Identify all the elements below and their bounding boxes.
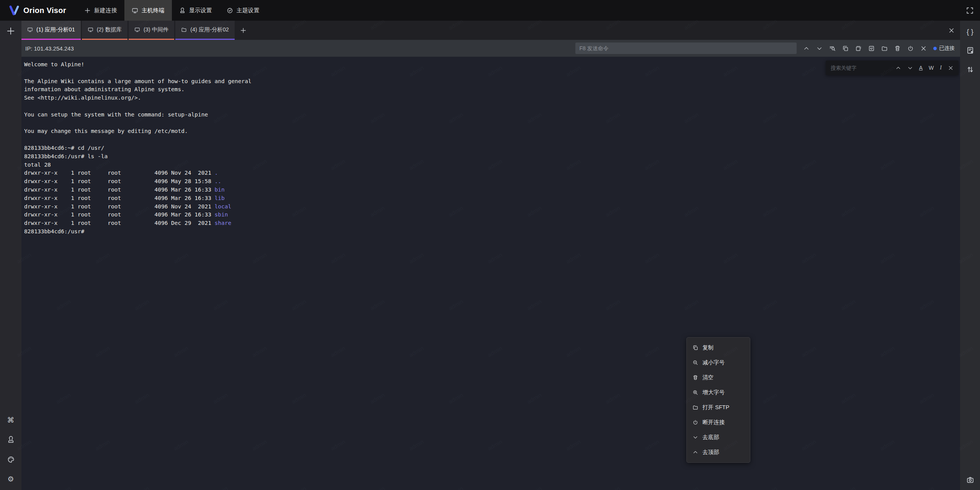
terminal-line: You can setup the system with the comman… <box>24 111 960 119</box>
terminal-line: 828133bb4cd6:/usr# ls -la <box>24 152 960 161</box>
search-input[interactable] <box>831 65 889 71</box>
match-case-button[interactable]: A <box>919 65 923 70</box>
fullscreen-icon[interactable] <box>966 7 974 15</box>
top-bar: Orion Visor 新建连接主机终端显示设置主题设置 <box>0 0 980 21</box>
center-column: (1) 应用-分析01(2) 数据库(3) 中间件(4) 应用-分析02 IP:… <box>21 21 960 490</box>
search-prev-icon[interactable] <box>895 65 901 71</box>
doc-bookmark-icon[interactable] <box>966 46 974 54</box>
tab-app-analysis-01-icon <box>27 27 33 33</box>
status-label: 已连接 <box>939 45 955 52</box>
main-area: ⌘⚙ (1) 应用-分析01(2) 数据库(3) 中间件(4) 应用-分析02 … <box>0 21 980 490</box>
tab-middleware[interactable]: (3) 中间件 <box>129 21 174 40</box>
terminal-toolbar: IP: 101.43.254.243 已连接 <box>21 40 960 57</box>
ctx-to-top[interactable]: 去顶部 <box>687 445 750 460</box>
directory-name: sbin <box>215 211 228 218</box>
ctx-font-smaller[interactable]: 减小字号 <box>687 355 750 370</box>
directory-name: lib <box>215 195 225 201</box>
menu-theme-settings[interactable]: 主题设置 <box>219 0 267 21</box>
ctx-clear-icon <box>693 375 698 380</box>
display-settings-icon[interactable] <box>7 436 15 444</box>
menu-new-connection[interactable]: 新建连接 <box>77 0 124 21</box>
search-next-icon[interactable] <box>907 65 913 71</box>
terminal-line: drwxr-xr-x 1 root root 4096 Nov 24 2021 … <box>24 203 960 211</box>
menu-display-settings[interactable]: 显示设置 <box>172 0 219 21</box>
top-menu: 新建连接主机终端显示设置主题设置 <box>77 0 267 21</box>
ctx-to-bottom[interactable]: 去底部 <box>687 430 750 445</box>
sort-icon[interactable] <box>966 66 974 74</box>
left-sidebar-bottom: ⌘⚙ <box>7 416 15 483</box>
toolbar-script-icon[interactable] <box>868 45 875 52</box>
connection-status: 已连接 <box>933 45 955 52</box>
shortcut-icon[interactable]: ⌘ <box>7 416 15 424</box>
whole-word-button[interactable]: W <box>929 65 934 70</box>
ctx-copy[interactable]: 复制 <box>687 340 750 355</box>
tab-app-analysis-02-icon <box>181 27 187 33</box>
toolbar-scroll-down-icon[interactable] <box>816 45 823 52</box>
close-all-tabs-icon[interactable] <box>948 21 955 40</box>
terminal-line: total 28 <box>24 161 960 169</box>
toolbar-scroll-up-icon[interactable] <box>803 45 810 52</box>
tab-app-analysis-02[interactable]: (4) 应用-分析02 <box>175 21 235 40</box>
ctx-open-sftp[interactable]: 打开 SFTP <box>687 400 750 415</box>
send-command-input[interactable] <box>575 43 797 54</box>
new-connection-icon[interactable] <box>6 26 15 36</box>
menu-new-connection-label: 新建连接 <box>94 7 117 14</box>
status-dot <box>933 47 937 50</box>
search-buttons: AWI <box>895 65 954 71</box>
terminal-line <box>24 102 960 111</box>
ctx-copy-icon <box>693 345 698 351</box>
tab-list: (1) 应用-分析01(2) 数据库(3) 中间件(4) 应用-分析02 <box>21 21 236 40</box>
tab-middleware-icon <box>134 27 140 33</box>
terminal-line: drwxr-xr-x 1 root root 4096 Nov 24 2021 … <box>24 169 960 177</box>
theme-settings-icon[interactable] <box>7 456 15 464</box>
toolbar-copy-icon[interactable] <box>842 45 849 52</box>
menu-host-terminal-label: 主机终端 <box>142 7 165 14</box>
menu-display-settings-label: 显示设置 <box>189 7 212 14</box>
ctx-font-bigger-label: 增大字号 <box>702 389 725 396</box>
tab-database[interactable]: (2) 数据库 <box>82 21 127 40</box>
terminal-line: drwxr-xr-x 1 root root 4096 Mar 26 16:33… <box>24 211 960 219</box>
tab-database-icon <box>88 27 93 33</box>
toolbar-search-icon[interactable] <box>829 45 836 52</box>
regex-button[interactable]: I <box>940 65 942 70</box>
ctx-font-bigger[interactable]: 增大字号 <box>687 385 750 400</box>
terminal-output: Welcome to Alpine! The Alpine Wiki conta… <box>21 57 960 236</box>
directory-name: local <box>215 203 232 210</box>
terminal-screen[interactable]: Welcome to Alpine! The Alpine Wiki conta… <box>21 57 960 490</box>
ctx-to-bottom-icon <box>693 434 698 440</box>
directory-name: .. <box>215 178 221 184</box>
search-close-icon[interactable] <box>948 65 954 71</box>
menu-theme-settings-label: 主题设置 <box>237 7 260 14</box>
logo-icon <box>9 5 19 15</box>
toolbar-clear-icon[interactable] <box>894 45 901 52</box>
tab-app-analysis-01[interactable]: (1) 应用-分析01 <box>21 21 81 40</box>
topbar-right <box>966 0 980 21</box>
terminal-line: drwxr-xr-x 1 root root 4096 May 28 15:58… <box>24 177 960 186</box>
add-tab-icon[interactable] <box>236 21 251 40</box>
terminal-line: You may change this message by editing /… <box>24 127 960 136</box>
settings-icon[interactable]: ⚙ <box>7 475 14 483</box>
toolbar-close-icon[interactable] <box>920 45 927 52</box>
tab-middleware-label: (3) 中间件 <box>144 26 168 33</box>
snippet-icon[interactable]: { } <box>967 28 973 35</box>
ctx-open-sftp-label: 打开 SFTP <box>702 404 729 411</box>
toolbar-paste-icon[interactable] <box>855 45 862 52</box>
menu-host-terminal[interactable]: 主机终端 <box>124 0 172 21</box>
terminal-line: drwxr-xr-x 1 root root 4096 Dec 29 2021 … <box>24 219 960 228</box>
tab-app-analysis-02-label: (4) 应用-分析02 <box>190 26 229 33</box>
toolbar-icons <box>803 45 927 52</box>
menu-display-settings-icon <box>179 7 186 14</box>
toolbar-disconnect-icon[interactable] <box>907 45 914 52</box>
tab-bar: (1) 应用-分析01(2) 数据库(3) 中间件(4) 应用-分析02 <box>21 21 960 40</box>
right-sidebar-top: { } <box>966 28 974 74</box>
ctx-disconnect[interactable]: 断开连接 <box>687 415 750 430</box>
terminal-context-menu: 复制减小字号清空增大字号打开 SFTP断开连接去底部去顶部 <box>686 337 750 463</box>
terminal-line: The Alpine Wiki contains a large amount … <box>24 77 960 86</box>
toolbar-sftp-icon[interactable] <box>881 45 888 52</box>
menu-theme-settings-icon <box>227 7 233 14</box>
ip-label: IP: 101.43.254.243 <box>25 45 74 52</box>
ctx-clear[interactable]: 清空 <box>687 370 750 385</box>
ctx-disconnect-label: 断开连接 <box>702 419 725 426</box>
screenshot-icon[interactable] <box>966 476 974 484</box>
terminal-line <box>24 136 960 144</box>
